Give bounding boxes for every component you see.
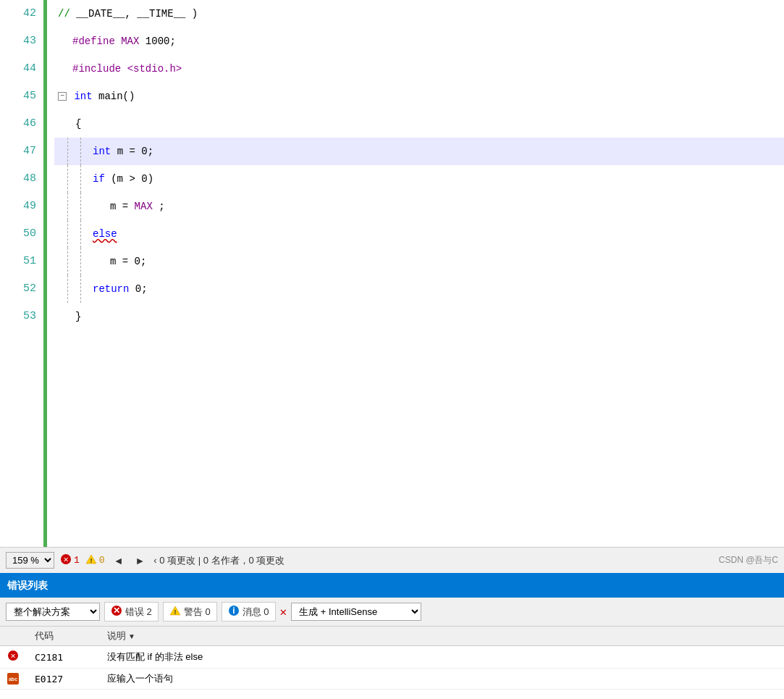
- dashed-left-4: [80, 165, 81, 193]
- warning-filter-label: 警告 0: [184, 606, 211, 619]
- indent-52: [58, 283, 93, 295]
- code-line-50[interactable]: else: [54, 220, 784, 248]
- collapse-button[interactable]: −: [58, 92, 67, 101]
- line-num-44: 44: [0, 55, 36, 83]
- line-num-46: 46: [0, 110, 36, 138]
- code-line-48[interactable]: if (m > 0): [54, 165, 784, 193]
- code-line-53[interactable]: }: [54, 303, 784, 330]
- svg-text:✕: ✕: [113, 606, 120, 616]
- keyword-int-47: int: [93, 146, 111, 157]
- indent-51: [58, 256, 110, 267]
- if-condition: (m > 0): [111, 173, 153, 185]
- preprocessor-define: #define: [72, 35, 121, 47]
- warning-count-text: 0: [99, 555, 105, 566]
- code-line-42[interactable]: // __DATE__, __TIME__ ): [54, 0, 784, 28]
- editor-area: 42 43 44 45 46 47 48 49 50 51 52 53 // _…: [0, 0, 784, 547]
- line-num-50: 50: [0, 220, 36, 248]
- error-row-c2181[interactable]: ✕ C2181 没有匹配 if 的非法 else: [0, 646, 784, 669]
- line-numbers: 42 43 44 45 46 47 48 49 50 51 52 53: [0, 0, 43, 547]
- line-num-52: 52: [0, 275, 36, 303]
- keyword-else: else: [93, 228, 117, 240]
- code-line-47[interactable]: int m = 0;: [54, 138, 784, 165]
- code-line-52[interactable]: return 0;: [54, 275, 784, 303]
- message-filter-button[interactable]: i 消息 0: [222, 602, 276, 621]
- keyword-return: return: [93, 283, 135, 295]
- error-filter-icon: ✕: [111, 605, 122, 619]
- keyword-int: int: [74, 91, 98, 102]
- line-num-49: 49: [0, 193, 36, 220]
- svg-text:✕: ✕: [63, 555, 68, 565]
- line-num-42: 42: [0, 0, 36, 28]
- col-desc-sort-icon: ▼: [128, 632, 135, 640]
- code-line-49[interactable]: m = MAX ;: [54, 193, 784, 220]
- indent-spacer-44: [58, 63, 72, 75]
- error-row-e0127[interactable]: abc E0127 应输入一个语句: [0, 669, 784, 690]
- zoom-select[interactable]: 159 % 100 % 125 % 150 % 200 %: [6, 552, 54, 569]
- nav-forward-button[interactable]: ►: [132, 553, 148, 568]
- error-table-header: 代码 说明 ▼: [0, 627, 784, 646]
- indent-spacer-43: [58, 35, 72, 47]
- code-line-46[interactable]: {: [54, 110, 784, 138]
- line-num-51: 51: [0, 248, 36, 275]
- indent-49: [58, 201, 110, 212]
- nav-back-button[interactable]: ◄: [111, 553, 127, 568]
- dashed-left-3: [67, 165, 68, 193]
- dashed-left-10: [80, 248, 81, 275]
- code-line-45[interactable]: − int main(): [54, 83, 784, 110]
- warning-filter-icon: !: [169, 605, 181, 619]
- svg-text:✕: ✕: [10, 651, 15, 661]
- warning-filter-button[interactable]: ! 警告 0: [163, 602, 217, 621]
- macro-max-ref: MAX: [135, 201, 153, 212]
- error-count-badge: ✕ 1: [60, 553, 80, 568]
- include-header: <stdio.h>: [127, 63, 182, 75]
- warning-count-badge: ! 0: [85, 553, 105, 568]
- return-value: 0;: [135, 283, 148, 295]
- error-panel-header: 错误列表: [0, 574, 784, 598]
- error-panel-toolbar: 整个解决方案 ✕ 错误 2 ! 警告 0 i 消息 0 ✕ 生成 + Intel…: [0, 598, 784, 627]
- brace-open: {: [58, 118, 81, 130]
- dashed-left-8: [80, 220, 81, 248]
- filter-x-icon: ✕: [280, 605, 287, 619]
- message-filter-label: 消息 0: [243, 606, 269, 619]
- intellisense-select[interactable]: 生成 + IntelliSense: [291, 603, 421, 621]
- dashed-left-7: [67, 220, 68, 248]
- scope-select[interactable]: 整个解决方案: [6, 603, 100, 621]
- var-m-decl: m = 0;: [117, 146, 153, 157]
- error-x-icon: ✕: [60, 553, 72, 568]
- csdn-credit-text: CSDN @吾与C: [719, 554, 778, 566]
- message-filter-icon: i: [228, 605, 240, 619]
- semicolon-49: ;: [159, 201, 164, 212]
- indent-50: [58, 228, 93, 240]
- error-panel-title: 错误列表: [7, 579, 48, 593]
- svg-text:!: !: [89, 558, 93, 565]
- error-filter-label: 错误 2: [125, 606, 152, 619]
- svg-text:!: !: [174, 608, 176, 616]
- dashed-left-5: [67, 193, 68, 220]
- col-code-label: 代码: [35, 629, 54, 643]
- code-line-44[interactable]: #include <stdio.h>: [54, 55, 784, 83]
- dashed-left-11: [67, 275, 68, 303]
- change-info-text: ‹ 0 项更改 | 0 名作者，0 项更改: [153, 554, 284, 567]
- error-filter-button[interactable]: ✕ 错误 2: [104, 602, 159, 621]
- func-name: main(): [98, 91, 135, 102]
- svg-text:i: i: [232, 606, 235, 616]
- code-lines[interactable]: // __DATE__, __TIME__ ) #define MAX 1000…: [47, 0, 784, 547]
- error-row-icon-e0127: abc: [6, 673, 20, 685]
- dashed-left-6: [80, 193, 81, 220]
- error-rows: ✕ C2181 没有匹配 if 的非法 else abc E0127 应输入一个…: [0, 646, 784, 690]
- macro-max: MAX: [121, 35, 139, 47]
- brace-close: }: [75, 311, 81, 322]
- comment-text: //: [58, 8, 76, 20]
- line-num-53: 53: [0, 303, 36, 330]
- col-header-code[interactable]: 代码: [35, 629, 93, 643]
- col-header-desc[interactable]: 说明 ▼: [107, 629, 324, 643]
- code-line-51[interactable]: m = 0;: [54, 248, 784, 275]
- code-line-43[interactable]: #define MAX 1000;: [54, 28, 784, 55]
- error-desc-c2181: 没有匹配 if 的非法 else: [107, 650, 778, 664]
- indent-47: [58, 146, 93, 157]
- dashed-left-9: [67, 248, 68, 275]
- error-desc-e0127: 应输入一个语句: [107, 672, 778, 685]
- line-num-47: 47: [0, 138, 36, 165]
- error-count-text: 1: [74, 555, 80, 566]
- dashed-left-1: [67, 138, 68, 165]
